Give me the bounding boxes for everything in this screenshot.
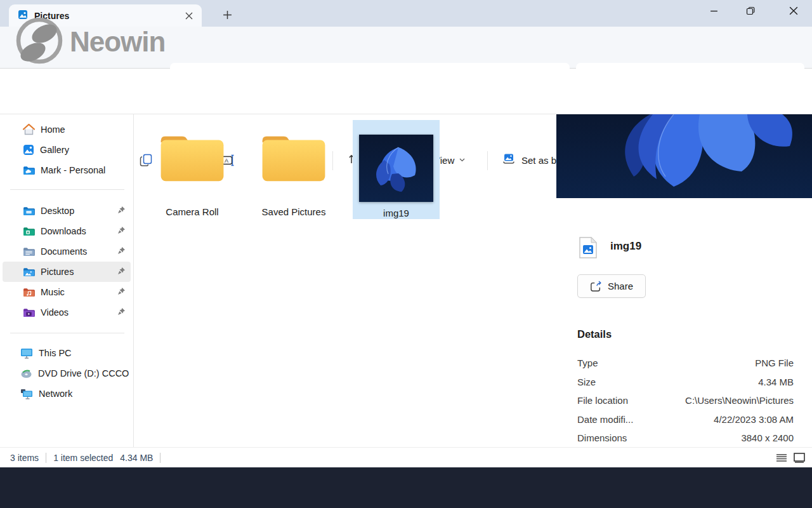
png-file-icon <box>579 236 598 262</box>
share-icon <box>590 281 602 292</box>
sidebar-item-label: Gallery <box>40 145 69 155</box>
details-row: Date modifi...4/22/2023 3:08 AM <box>577 410 794 429</box>
sidebar-item-label: This PC <box>39 348 72 358</box>
minimize-button[interactable] <box>699 0 728 22</box>
copy-icon <box>140 154 152 167</box>
sidebar-item-home[interactable]: Home <box>3 119 131 140</box>
folder-tile-camera-roll[interactable]: Camera Roll <box>151 119 233 219</box>
detail-label: Date modifi... <box>577 414 633 425</box>
tab-close-icon[interactable] <box>181 8 197 23</box>
sidebar-item-label: Documents <box>41 246 87 257</box>
detail-value: PNG File <box>755 358 794 368</box>
share-button[interactable]: Share <box>577 274 646 298</box>
details-rows: TypePNG File Size4.34 MB File locationC:… <box>577 354 794 448</box>
pane-divider <box>133 114 134 447</box>
sidebar-item-label: Music <box>41 287 65 297</box>
videos-folder-icon <box>23 308 35 318</box>
sidebar-item-label: DVD Drive (D:) CCCO <box>38 368 129 378</box>
detail-value[interactable]: C:\Users\Neowin\Pictures <box>685 395 794 406</box>
status-separator <box>46 453 46 463</box>
sidebar-separator <box>10 333 124 333</box>
taskbar: 30°C Partly sunny b PRE <box>0 467 812 508</box>
downloads-folder-icon <box>23 227 35 236</box>
thumbnail-view-toggle[interactable] <box>792 451 807 465</box>
set-background-icon <box>502 153 516 168</box>
sidebar-item-gallery[interactable]: Gallery <box>3 140 131 160</box>
list-view-icon <box>776 453 787 462</box>
home-icon <box>23 124 35 135</box>
command-bar: New A Sort <box>0 69 812 114</box>
file-name-label: Camera Roll <box>151 206 233 217</box>
detail-label: Size <box>577 377 596 387</box>
sidebar-item-label: Pictures <box>41 267 74 277</box>
details-row: TypePNG File <box>577 354 794 373</box>
picture-file-icon <box>18 10 28 22</box>
details-file-name: img19 <box>610 240 641 253</box>
list-view-toggle[interactable] <box>774 451 789 465</box>
sidebar-item-label: Desktop <box>41 206 74 216</box>
details-row: Size4.34 MB <box>577 373 794 392</box>
sidebar-item-onedrive[interactable]: Mark - Personal <box>3 160 131 180</box>
sidebar-item-pictures[interactable]: Pictures <box>3 262 131 282</box>
restore-button[interactable] <box>736 0 765 22</box>
pin-icon <box>117 267 126 277</box>
sidebar-item-videos[interactable]: Videos <box>3 302 131 323</box>
sidebar-item-network[interactable]: Network <box>3 384 131 404</box>
details-row: Dimensions3840 x 2400 <box>577 429 794 448</box>
detail-label: File location <box>577 395 628 406</box>
sidebar-separator <box>10 189 124 190</box>
pin-icon <box>117 206 126 216</box>
chevron-down-icon <box>459 158 465 162</box>
music-folder-icon <box>23 288 35 297</box>
pin-icon <box>117 307 126 318</box>
pin-icon <box>117 287 126 297</box>
dvd-drive-icon <box>20 369 32 378</box>
tab-pictures[interactable]: Pictures <box>9 4 202 27</box>
preview-image[interactable] <box>556 114 812 198</box>
sidebar-item-label: Network <box>39 389 72 399</box>
sidebar-item-label: Videos <box>41 307 69 318</box>
sidebar-item-music[interactable]: Music <box>3 282 131 302</box>
navigation-bar: Pictures <box>0 27 812 69</box>
pin-icon <box>117 246 126 257</box>
folder-icon <box>156 130 228 188</box>
sidebar-item-desktop[interactable]: Desktop <box>3 201 131 221</box>
network-icon <box>20 389 33 399</box>
sidebar-item-label: Mark - Personal <box>41 165 105 175</box>
toolbar-separator <box>487 151 488 170</box>
tab-title: Pictures <box>34 11 181 21</box>
folder-icon <box>258 130 330 188</box>
file-name-label: img19 <box>353 208 440 218</box>
status-separator <box>160 453 160 463</box>
file-tile-img19-selected[interactable]: img19 <box>353 120 440 219</box>
new-tab-icon[interactable] <box>219 7 235 22</box>
sidebar-item-label: Downloads <box>41 226 86 236</box>
detail-label: Dimensions <box>577 432 627 443</box>
detail-value: 4.34 MB <box>758 377 794 387</box>
tab-strip: Pictures <box>0 0 812 27</box>
details-row: File locationC:\Users\Neowin\Pictures <box>577 391 794 410</box>
status-bar: 3 items 1 item selected 4.34 MB <box>0 447 812 467</box>
folder-tile-saved-pictures[interactable]: Saved Pictures <box>252 119 335 219</box>
details-heading: Details <box>577 328 612 340</box>
image-thumbnail <box>359 135 433 202</box>
detail-label: Type <box>577 358 598 368</box>
screen: Pictures <box>0 0 812 508</box>
navigation-pane: Home Gallery Mark - Personal Desktop Dow… <box>0 114 133 447</box>
close-button[interactable] <box>775 0 812 22</box>
file-name-label: Saved Pictures <box>252 206 335 217</box>
documents-folder-icon <box>23 247 35 257</box>
detail-value: 4/22/2023 3:08 AM <box>714 414 794 425</box>
pin-icon <box>117 226 126 236</box>
sidebar-item-downloads[interactable]: Downloads <box>3 221 131 241</box>
detail-value: 3840 x 2400 <box>741 432 794 443</box>
onedrive-folder-icon <box>23 166 35 175</box>
sidebar-item-label: Home <box>41 124 65 135</box>
sidebar-item-this-pc[interactable]: This PC <box>3 343 131 363</box>
sidebar-item-documents[interactable]: Documents <box>3 241 131 262</box>
selection-count: 1 item selected <box>53 453 113 463</box>
gallery-icon <box>23 144 34 156</box>
sidebar-item-dvd-drive[interactable]: DVD Drive (D:) CCCO <box>3 363 131 384</box>
thumbnail-view-icon <box>794 453 805 463</box>
desktop-folder-icon <box>23 206 35 216</box>
